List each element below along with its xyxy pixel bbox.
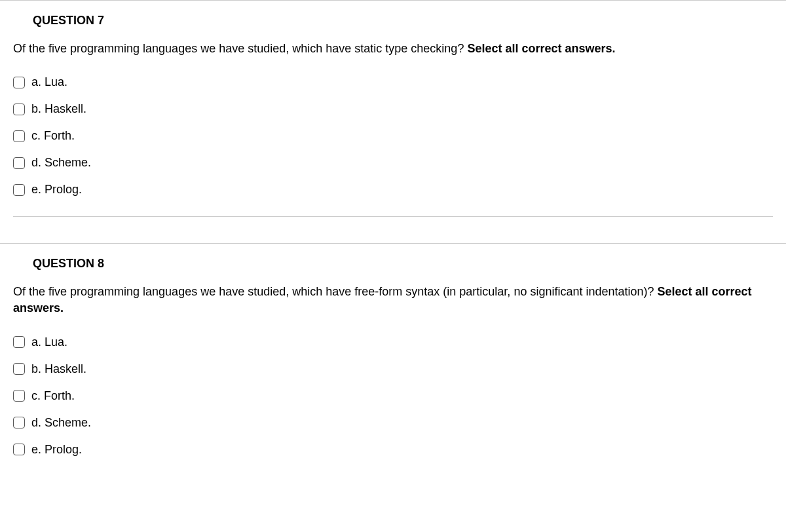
checkbox-b[interactable] [13, 104, 25, 115]
option-row: d. Scheme. [13, 409, 773, 436]
options-list: a. Lua. b. Haskell. c. Forth. d. Scheme.… [0, 69, 786, 203]
checkbox-d[interactable] [13, 417, 25, 428]
option-label: a. Lua. [31, 75, 67, 89]
checkbox-c[interactable] [13, 390, 25, 402]
option-row: b. Haskell. [13, 96, 773, 123]
option-label: e. Prolog. [31, 183, 82, 197]
question-header: QUESTION 8 [0, 244, 786, 284]
option-label: d. Scheme. [31, 156, 91, 170]
option-label: b. Haskell. [31, 102, 86, 116]
checkbox-d[interactable] [13, 157, 25, 169]
option-label: c. Forth. [31, 129, 75, 143]
option-row: b. Haskell. [13, 356, 773, 383]
checkbox-e[interactable] [13, 184, 25, 196]
question-block-7: QUESTION 7 Of the five programming langu… [0, 0, 786, 243]
option-label: b. Haskell. [31, 362, 86, 376]
prompt-bold: Select all correct answers. [467, 42, 615, 55]
option-label: c. Forth. [31, 389, 75, 403]
option-label: d. Scheme. [31, 416, 91, 430]
option-row: a. Lua. [13, 69, 773, 96]
option-row: d. Scheme. [13, 149, 773, 176]
option-label: a. Lua. [31, 335, 67, 349]
checkbox-b[interactable] [13, 363, 25, 375]
option-row: a. Lua. [13, 329, 773, 356]
prompt-text: Of the five programming languages we hav… [13, 285, 658, 298]
options-list: a. Lua. b. Haskell. c. Forth. d. Scheme.… [0, 329, 786, 463]
checkbox-e[interactable] [13, 444, 25, 455]
prompt-text: Of the five programming languages we hav… [13, 42, 467, 55]
checkbox-a[interactable] [13, 77, 25, 88]
question-prompt: Of the five programming languages we hav… [0, 41, 786, 69]
checkbox-c[interactable] [13, 130, 25, 142]
option-row: e. Prolog. [13, 436, 773, 463]
separator [13, 216, 773, 217]
option-row: c. Forth. [13, 123, 773, 149]
question-prompt: Of the five programming languages we hav… [0, 284, 786, 328]
checkbox-a[interactable] [13, 336, 25, 348]
option-row: c. Forth. [13, 383, 773, 409]
option-label: e. Prolog. [31, 443, 82, 457]
question-block-8: QUESTION 8 Of the five programming langu… [0, 243, 786, 489]
option-row: e. Prolog. [13, 176, 773, 203]
question-header: QUESTION 7 [0, 1, 786, 41]
